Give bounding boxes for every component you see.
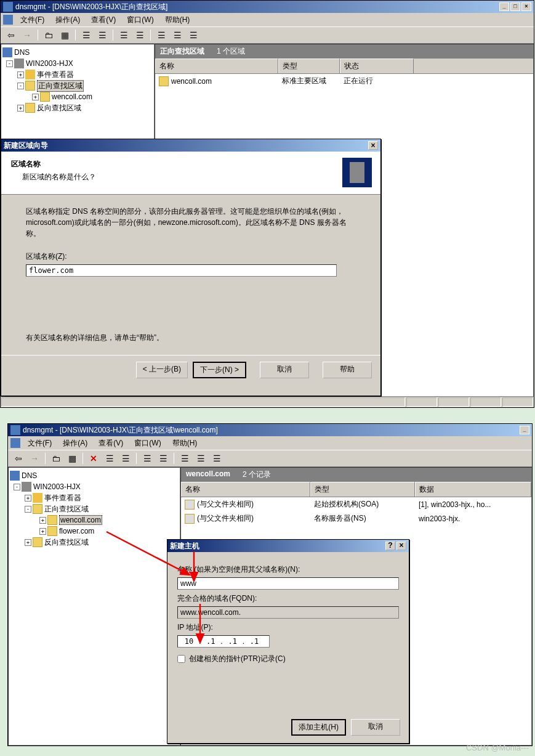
menu-help[interactable]: 帮助(H) [160, 14, 195, 26]
back-button[interactable]: ⇦ [4, 28, 18, 42]
dnsmgmt-window-1: dnsmgmt - [DNS\WIN2003-HJX\正向查找区域] _ □ ×… [0, 0, 534, 408]
minimize-button[interactable]: _ [499, 2, 509, 11]
forward-button[interactable]: → [20, 28, 34, 42]
toolbar-extra-3[interactable]: ☰ [210, 452, 223, 465]
titlebar[interactable]: dnsmgmt - [DNS\WIN2003-HJX\正向查找区域] _ □ × [1, 1, 534, 13]
col-name[interactable]: 名称 [181, 482, 310, 497]
menu-file[interactable]: 文件(F) [15, 14, 49, 26]
list-row[interactable]: (与父文件夹相同) 名称服务器(NS) win2003-hjx. [181, 511, 531, 526]
ip-octet-3[interactable]: .1 [223, 637, 243, 646]
up-button[interactable]: 🗀 [42, 28, 55, 42]
col-type[interactable]: 类型 [310, 482, 415, 497]
expander[interactable]: + [25, 495, 31, 502]
close-button[interactable]: × [521, 2, 531, 11]
minimize-button[interactable]: _ [520, 426, 529, 434]
properties-button[interactable]: ☰ [103, 452, 116, 465]
ip-octet-4[interactable]: .1 [244, 637, 264, 646]
expander[interactable]: + [17, 105, 24, 112]
ip-address-input[interactable]: 10. .1. .1. .1 [177, 635, 270, 648]
expander[interactable]: + [39, 528, 46, 535]
back-button[interactable]: ⇦ [12, 452, 25, 465]
toolbar-extra-1[interactable]: ☰ [155, 28, 168, 42]
maximize-button[interactable]: □ [510, 2, 520, 11]
show-tree-button[interactable]: ▦ [65, 452, 79, 465]
expander[interactable]: + [39, 517, 46, 524]
ip-octet-1[interactable]: 10 [179, 637, 199, 646]
cancel-button[interactable]: 取消 [260, 362, 309, 378]
properties-button[interactable]: ☰ [79, 28, 93, 42]
menu-help[interactable]: 帮助(H) [167, 437, 203, 450]
menu-window[interactable]: 窗口(W) [122, 14, 158, 26]
toolbar-extra-2[interactable]: ☰ [194, 452, 207, 465]
zone-name-input[interactable] [26, 264, 337, 277]
mmc-icon [3, 15, 13, 25]
expander[interactable]: - [6, 60, 13, 67]
tree-revzone[interactable]: 反向查找区域 [44, 537, 89, 548]
list-header: 正向查找区域 1 个区域 [155, 44, 533, 59]
zone-icon [159, 76, 169, 86]
col-type[interactable]: 类型 [278, 59, 340, 73]
tree-server[interactable]: WIN2003-HJX [33, 482, 81, 491]
host-name-input[interactable] [177, 577, 399, 590]
add-host-button[interactable]: 添加主机(H) [291, 719, 346, 736]
expander[interactable]: - [17, 83, 24, 89]
export-button[interactable]: ☰ [140, 452, 154, 465]
close-icon[interactable]: × [368, 141, 378, 150]
dns-root-icon [10, 471, 20, 481]
toolbar-extra-1[interactable]: ☰ [178, 452, 191, 465]
menu-action[interactable]: 操作(A) [50, 14, 85, 26]
tree-eventviewer[interactable]: 事件查看器 [44, 493, 81, 503]
toolbar-extra-3[interactable]: ☰ [187, 28, 200, 42]
toolbar-extra-2[interactable]: ☰ [171, 28, 184, 42]
delete-button[interactable]: ✕ [87, 452, 100, 465]
col-name[interactable]: 名称 [155, 59, 278, 73]
tree-fwdzone[interactable]: 正向查找区域 [37, 80, 84, 92]
menubar: 文件(F) 操作(A) 查看(V) 窗口(W) 帮助(H) [1, 13, 534, 26]
tree-dns-root[interactable]: DNS [14, 48, 30, 57]
cancel-button[interactable]: 取消 [351, 719, 400, 736]
tree-eventviewer[interactable]: 事件查看器 [37, 70, 74, 80]
show-tree-button[interactable]: ▦ [58, 28, 71, 42]
up-button[interactable]: 🗀 [49, 452, 63, 465]
prev-button[interactable]: < 上一步(B) [136, 362, 188, 378]
wizard-titlebar[interactable]: 新建区域向导 × [1, 139, 380, 152]
contexthelp-icon[interactable]: ? [385, 542, 395, 550]
ip-label: IP 地址(P): [177, 622, 399, 633]
menu-view[interactable]: 查看(V) [86, 14, 121, 26]
ptr-checkbox[interactable] [177, 655, 185, 663]
list-row[interactable]: (与父文件夹相同) 起始授权机构(SOA) [1], win2003-hjx.,… [181, 497, 531, 511]
tree-zone-flower[interactable]: flower.com [59, 527, 94, 535]
tree-fwdzone[interactable]: 正向查找区域 [44, 504, 89, 514]
help-button[interactable]: ☰ [156, 452, 170, 465]
next-button[interactable]: 下一步(N) > [193, 362, 246, 378]
tree-pane[interactable]: DNS -WIN2003-HJX +事件查看器 -正向查找区域 +wencoll… [8, 467, 180, 746]
menu-view[interactable]: 查看(V) [94, 437, 128, 450]
dialog-titlebar[interactable]: 新建主机 ? × [167, 540, 409, 552]
menu-file[interactable]: 文件(F) [23, 437, 57, 450]
close-icon[interactable]: × [396, 542, 406, 550]
wizard-graphic-icon [342, 158, 372, 187]
expander[interactable]: + [17, 71, 24, 78]
export-button[interactable]: ☰ [117, 28, 131, 42]
titlebar[interactable]: dnsmgmt - [DNS\WIN2003-HJX\正向查找区域\wencol… [8, 424, 532, 436]
col-data[interactable]: 数据 [415, 482, 531, 497]
refresh-button[interactable]: ☰ [95, 28, 109, 42]
forward-button[interactable]: → [28, 452, 41, 465]
tree-zone-wencoll[interactable]: wencoll.com [59, 515, 102, 525]
list-row[interactable]: wencoll.com 标准主要区域 正在运行 [155, 74, 533, 88]
col-status[interactable]: 状态 [340, 59, 414, 73]
help-button[interactable]: ☰ [133, 28, 147, 42]
expander[interactable]: + [25, 539, 31, 546]
tree-server[interactable]: WIN2003-HJX [26, 59, 73, 68]
tree-dns-root[interactable]: DNS [22, 471, 37, 480]
menu-action[interactable]: 操作(A) [58, 437, 92, 450]
expander[interactable]: + [32, 94, 39, 100]
ip-octet-2[interactable]: .1 [201, 637, 220, 646]
menu-window[interactable]: 窗口(W) [129, 437, 166, 450]
expander[interactable]: - [14, 484, 20, 490]
tree-revzone[interactable]: 反向查找区域 [37, 103, 81, 113]
tree-zone-wencoll[interactable]: wencoll.com [52, 92, 92, 101]
refresh-button[interactable]: ☰ [119, 452, 132, 465]
help-button[interactable]: 帮助 [323, 362, 372, 378]
expander[interactable]: - [25, 506, 31, 513]
